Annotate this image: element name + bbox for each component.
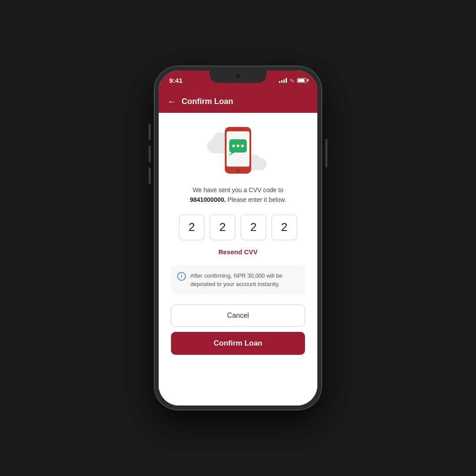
phone-frame: 9:41 ∿ ← Confirm Loan: [154, 66, 322, 410]
info-icon: i: [177, 272, 186, 281]
otp-digit-2[interactable]: [210, 215, 235, 240]
info-box: i After confirming, NPR 30,000 will be d…: [171, 265, 305, 295]
svg-point-9: [241, 145, 244, 147]
phone-illustration: [216, 126, 260, 175]
back-button[interactable]: ←: [167, 97, 176, 107]
signal-icon: [279, 78, 287, 83]
otp-container: [179, 215, 297, 240]
phone-number: 9841000000.: [190, 196, 226, 203]
battery-icon: [297, 78, 307, 83]
phone-screen: 9:41 ∿ ← Confirm Loan: [159, 71, 317, 405]
wifi-icon: ∿: [290, 77, 294, 84]
otp-digit-1[interactable]: [179, 215, 205, 240]
svg-point-7: [232, 145, 235, 147]
otp-digit-3[interactable]: [241, 215, 266, 240]
app-header: ← Confirm Loan: [159, 90, 317, 113]
page-title: Confirm Loan: [182, 97, 233, 106]
phone-svg-wrapper: [222, 126, 254, 176]
svg-point-2: [236, 168, 240, 173]
notch: [209, 71, 267, 83]
status-time: 9:41: [169, 77, 182, 84]
svg-rect-3: [234, 129, 242, 130]
white-card: We have sent you a CVV code to 984100000…: [159, 113, 317, 405]
svg-point-8: [237, 145, 239, 147]
confirm-loan-button[interactable]: Confirm Loan: [171, 332, 305, 355]
status-icons: ∿: [279, 77, 307, 84]
content-area: We have sent you a CVV code to 984100000…: [159, 113, 317, 405]
otp-digit-4[interactable]: [271, 215, 297, 240]
cvv-message: We have sent you a CVV code to 984100000…: [171, 185, 305, 205]
svg-point-4: [243, 129, 245, 130]
info-text: After confirming, NPR 30,000 will be dep…: [190, 271, 299, 289]
camera: [236, 74, 240, 78]
otp-phone-icon: [222, 126, 254, 175]
resend-cvv-button[interactable]: Resend CVV: [218, 248, 257, 256]
cancel-button[interactable]: Cancel: [171, 305, 305, 327]
